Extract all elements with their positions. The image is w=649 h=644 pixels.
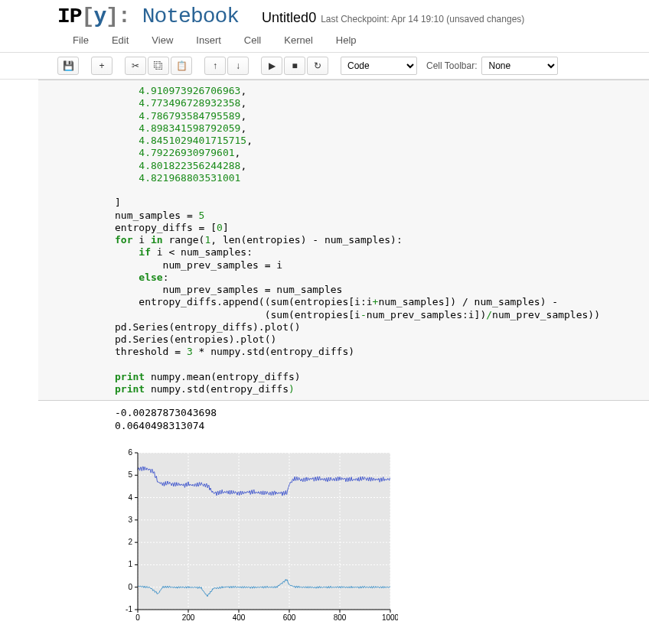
stop-icon: ■ — [292, 60, 297, 71]
svg-text:-1: -1 — [126, 605, 132, 613]
text-output: -0.00287873043698 0.0640498313074 — [38, 401, 649, 437]
svg-text:600: 600 — [283, 613, 296, 622]
svg-text:1: 1 — [128, 560, 132, 568]
svg-rect-0 — [138, 453, 390, 610]
cell-type-select[interactable]: Code — [341, 57, 417, 75]
logo-colon: : — [118, 5, 130, 28]
svg-text:4: 4 — [128, 493, 132, 502]
code-cell[interactable]: 4.910973926706963, 4.773496728932358, 4.… — [38, 80, 649, 625]
code-input[interactable]: 4.910973926706963, 4.773496728932358, 4.… — [38, 80, 649, 401]
menu-help[interactable]: Help — [336, 34, 357, 46]
svg-text:1000: 1000 — [382, 613, 398, 622]
plus-icon: + — [99, 60, 104, 71]
paste-button[interactable]: 📋 — [171, 57, 192, 75]
move-up-button[interactable]: ↑ — [204, 57, 226, 75]
save-button[interactable]: 💾 — [57, 57, 79, 75]
menu-kernel[interactable]: Kernel — [284, 34, 313, 46]
menu-cell[interactable]: Cell — [244, 34, 261, 46]
up-icon: ↑ — [213, 60, 217, 71]
stop-button[interactable]: ■ — [284, 57, 305, 75]
down-icon: ↓ — [236, 60, 240, 71]
menu-edit[interactable]: Edit — [112, 34, 129, 46]
save-icon: 💾 — [63, 60, 74, 71]
notebook-title[interactable]: Untitled0 — [262, 10, 316, 26]
menu-insert[interactable]: Insert — [196, 34, 221, 46]
header: IP[y]: Notebook Untitled0 Last Checkpoin… — [0, 0, 649, 31]
cell-toolbar-label: Cell Toolbar: — [426, 60, 477, 71]
paste-icon: 📋 — [176, 60, 188, 71]
logo-lbracket: [ — [82, 5, 94, 28]
copy-icon: ⿻ — [154, 60, 163, 71]
line-chart: 02004006008001000-10123456 — [115, 445, 398, 625]
chart-output: 02004006008001000-10123456 — [115, 445, 649, 625]
svg-text:5: 5 — [128, 470, 132, 479]
output-mean: -0.00287873043698 — [115, 407, 217, 418]
move-down-button[interactable]: ↓ — [227, 57, 249, 75]
svg-text:2: 2 — [128, 538, 132, 546]
notebook-body: 4.910973926706963, 4.773496728932358, 4.… — [0, 80, 649, 625]
logo-y: y — [93, 5, 106, 28]
restart-button[interactable]: ↻ — [307, 57, 328, 75]
cut-button[interactable]: ✂ — [125, 57, 146, 75]
svg-text:400: 400 — [233, 613, 246, 622]
menu-view[interactable]: View — [152, 34, 173, 46]
run-button[interactable]: ▶ — [261, 57, 282, 75]
copy-button[interactable]: ⿻ — [148, 57, 169, 75]
logo: IP[y]: Notebook — [57, 5, 239, 28]
add-cell-button[interactable]: + — [91, 57, 113, 75]
toolbar: 💾 + ✂ ⿻ 📋 ↑ ↓ ▶ ■ ↻ Code Cell Toolbar: N… — [0, 53, 649, 80]
svg-text:0: 0 — [128, 583, 132, 591]
output-std: 0.0640498313074 — [115, 420, 204, 431]
cell-toolbar-select[interactable]: None — [481, 57, 558, 75]
menu-file[interactable]: File — [73, 34, 89, 46]
menubar: File Edit View Insert Cell Kernel Help — [0, 31, 649, 53]
svg-text:0: 0 — [135, 613, 140, 622]
logo-ip: IP — [57, 5, 82, 28]
logo-notebook: Notebook — [142, 5, 239, 28]
svg-text:6: 6 — [128, 448, 132, 457]
logo-rbracket: ] — [106, 5, 118, 28]
restart-icon: ↻ — [314, 60, 321, 71]
svg-text:200: 200 — [182, 613, 195, 622]
checkpoint-text: Last Checkpoint: Apr 14 19:10 (unsaved c… — [321, 14, 524, 24]
svg-text:800: 800 — [334, 613, 347, 622]
play-icon: ▶ — [269, 60, 276, 71]
svg-text:3: 3 — [128, 516, 132, 524]
cut-icon: ✂ — [132, 60, 139, 71]
